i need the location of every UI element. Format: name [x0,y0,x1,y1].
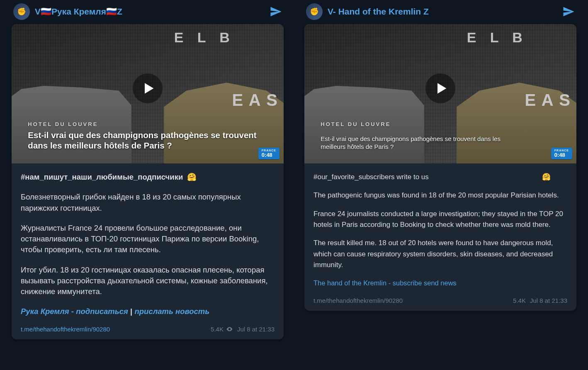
paragraph-1: The pathogenic fungus was found in 18 of… [313,190,567,201]
video-duration-badge: FRANCE 0:48 [551,148,572,159]
timestamp: Jul 8 at 21:33 [530,297,567,304]
permalink[interactable]: t.me/thehandofthekremlin/90280 [313,297,509,304]
send-news-link[interactable]: прислать новость [134,307,209,316]
post-header: ✊ V🇷🇺Рука Кремля🇷🇺Z [12,2,284,24]
post-card: E L B E A S HOTEL DU LOUVRE Est-il vrai … [12,24,284,339]
thumbnail-east-text: E A S [525,91,571,110]
timestamp: Jul 8 at 21:33 [237,326,275,333]
badge-sublabel: FRANCE [554,149,569,152]
paragraph-3: Итог убил. 18 из 20 гостиницах оказалась… [21,265,275,297]
permalink[interactable]: t.me/thehandofthekremlin/90280 [21,326,207,333]
avatar[interactable]: ✊ [306,3,323,20]
hashtag-line: #our_favorite_subscribers write to us 🤗 [313,172,567,183]
thumbnail-caption: Est-il vrai que des champignons pathogèn… [321,135,522,151]
views-value: 5.4K [513,297,526,304]
channel-name-link[interactable]: V- Hand of the Kremlin Z [328,7,557,17]
thumbnail-caption: Est-il vrai que des champignons pathogèn… [28,130,262,151]
two-column-layout: ✊ V🇷🇺Рука Кремля🇷🇺Z E L B E A S HOTEL DU… [0,0,588,370]
thumbnail-hotel-sign: HOTEL DU LOUVRE [321,121,391,127]
hashtag-line: #нам_пишут_наши_любимые_подписчики 🤗 [21,172,275,183]
paragraph-3: The result killed me. 18 out of 20 hotel… [313,238,567,270]
thumbnail-signboard-text: E L B [467,29,527,46]
separator: | [128,307,134,316]
badge-sublabel: FRANCE [262,149,276,152]
play-icon [142,81,156,95]
play-icon [435,81,449,95]
hashtag-link[interactable]: #our_favorite_subscribers write to us [313,173,429,181]
avatar[interactable]: ✊ [13,3,30,20]
post-column-russian: ✊ V🇷🇺Рука Кремля🇷🇺Z E L B E A S HOTEL DU… [12,2,284,363]
views-value: 5.4K [211,326,224,333]
post-body: #our_favorite_subscribers write to us 🤗 … [304,163,576,295]
paragraph-2: France 24 journalists conducted a large … [313,209,567,231]
telegram-share-icon[interactable] [562,5,575,18]
post-column-english: ✊ V- Hand of the Kremlin Z E L B E A S H… [304,2,576,363]
post-meta-row: t.me/thehandofthekremlin/90280 5.4K Jul … [12,323,284,339]
video-thumbnail[interactable]: E L B E A S HOTEL DU LOUVRE Est-il vrai … [12,24,284,163]
paragraph-2: Журналисты France 24 провели большое рас… [21,223,275,256]
hashtag-link[interactable]: #нам_пишут_наши_любимые_подписчики [21,173,183,181]
play-button[interactable] [425,73,455,103]
channel-name-link[interactable]: V🇷🇺Рука Кремля🇷🇺Z [35,7,265,17]
thumbnail-east-text: E A S [232,91,278,110]
video-duration: 0:48 [262,152,272,158]
post-card: E L B E A S HOTEL DU LOUVRE Est-il vrai … [304,24,576,311]
subscribe-link[interactable]: Рука Кремля - подписаться [21,307,128,316]
view-count: 5.4K [211,326,233,333]
telegram-share-icon[interactable] [270,5,282,18]
view-count: 5.4K [513,297,526,304]
post-header: ✊ V- Hand of the Kremlin Z [304,2,576,24]
avatar-emoji: ✊ [17,7,26,16]
hug-emoji-icon: 🤗 [542,172,551,183]
video-thumbnail[interactable]: E L B E A S HOTEL DU LOUVRE Est-il vrai … [304,24,576,163]
play-button[interactable] [133,73,163,103]
subscribe-send-link[interactable]: The hand of the Kremlin - subscribe send… [313,279,457,287]
post-body: #нам_пишут_наши_любимые_подписчики 🤗 Бол… [12,163,284,323]
video-duration: 0:48 [554,152,565,158]
hug-emoji-icon: 🤗 [187,173,197,181]
video-duration-badge: FRANCE 0:48 [258,148,279,159]
footer-links: Рука Кремля - подписаться | прислать нов… [21,306,275,317]
footer-links: The hand of the Kremlin - subscribe send… [313,278,567,289]
post-meta-row: t.me/thehandofthekremlin/90280 5.4K Jul … [304,295,576,311]
avatar-emoji: ✊ [310,7,319,16]
eye-icon [226,326,233,333]
thumbnail-signboard-text: E L B [174,29,235,46]
thumbnail-hotel-sign: HOTEL DU LOUVRE [28,121,98,127]
paragraph-1: Болезнетворный грибок найден в 18 из 20 … [21,192,275,214]
